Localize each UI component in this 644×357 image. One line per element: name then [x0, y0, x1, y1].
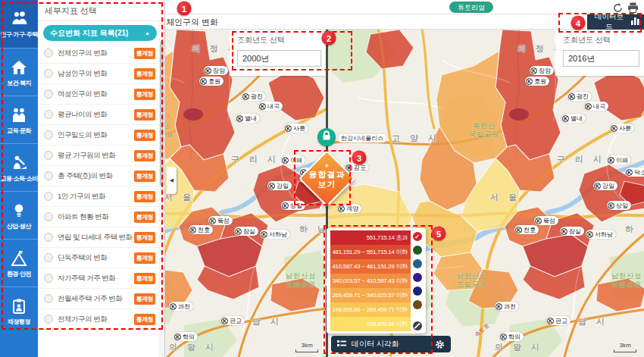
palette-color-5[interactable]	[413, 287, 422, 296]
k-road-marker: K이패	[607, 155, 631, 164]
palette-color-1[interactable]: ✓	[413, 232, 422, 241]
map-viewport-2000[interactable]: 의 정 부고 양 시구 리 시서 울하 남성 남 시의 왕 시북한산 국립공원남…	[165, 30, 326, 357]
palette-color-4[interactable]	[413, 273, 422, 282]
panel-header: 세부지표 선택	[38, 0, 164, 21]
palette-color-3[interactable]	[413, 259, 422, 268]
data-visualize-bar[interactable]: 데이터 시각화	[331, 336, 451, 352]
source-badge: 통계청	[134, 232, 156, 243]
year-select-left[interactable]: 2000년	[237, 50, 321, 67]
gear-icon[interactable]	[435, 340, 445, 349]
radio-button[interactable]	[44, 253, 53, 262]
indicator-row-6[interactable]: 평균 가구원의 변화통계청	[38, 146, 164, 166]
indicator-row-14[interactable]: 전체가구의 변화통계청	[38, 309, 164, 330]
k-marker-label: 천호	[524, 226, 536, 234]
legend-pointer-icon	[322, 278, 327, 286]
radio-button[interactable]	[44, 274, 53, 283]
sidebar-item-4[interactable]: 고용·소득·소비	[0, 143, 38, 191]
year-select-right[interactable]: 2016년	[563, 50, 639, 67]
radio-button[interactable]	[44, 233, 53, 242]
map-area: 튜토리얼 전체인구의 변화 데이터보드 의 정 부고 양 시구 리	[165, 0, 644, 357]
k-road-marker: K장암	[204, 66, 228, 75]
indicator-group-button[interactable]: 수요변화 지표 목록(21) ▲	[43, 25, 157, 41]
databoard-button[interactable]: 데이터보드	[587, 14, 644, 30]
radio-button[interactable]	[44, 212, 53, 221]
k-marker-label: 상일	[616, 202, 628, 210]
k-logo-icon: K	[189, 227, 196, 233]
panel-collapse-handle[interactable]: ◀	[167, 167, 177, 194]
indicator-row-11[interactable]: 단독주택의 변화통계청	[38, 248, 164, 268]
indicator-row-8[interactable]: 1인 가구의 변화통계청	[38, 186, 164, 207]
k-marker-label: 덕소	[634, 168, 644, 177]
k-road-marker: K서하남	[586, 230, 616, 239]
k-logo-icon: K	[282, 202, 289, 209]
fusion-result-button[interactable]: + 융합결과 보기	[307, 158, 347, 199]
sidebar-item-6[interactable]: 환경·안전	[0, 239, 38, 287]
indicator-panel: 세부지표 선택 수요변화 지표 목록(21) ▲ 전체인구의 변화통계청남성인구…	[38, 0, 165, 357]
sidebar-item-5[interactable]: 산업·생산	[0, 191, 38, 239]
indicator-row-13[interactable]: 전월세주택 거주 변화통계청	[38, 289, 164, 309]
k-logo-icon: K	[259, 103, 266, 110]
category-sidebar: 인구·가구·주택보건·복지교육·문화고용·소득·소비산업·생산환경·안전재정행정	[0, 0, 38, 357]
indicator-label: 1인 가구의 변화	[58, 192, 134, 202]
radio-button[interactable]	[44, 89, 53, 99]
year-panel-right: 조회년도 선택 2016년	[555, 30, 644, 76]
map-label-city: 의 왕 시	[495, 342, 543, 353]
radio-button[interactable]	[44, 110, 53, 119]
indicator-row-9[interactable]: 아파트 현황 변화통계청	[38, 207, 164, 227]
sync-lock-button[interactable]	[317, 128, 336, 146]
k-marker-label: 잠실	[243, 227, 255, 236]
indicator-row-1[interactable]: 전체인구의 변화통계청	[38, 43, 164, 64]
sidebar-item-1[interactable]: 인구·가구·주택	[0, 0, 38, 48]
year-panel-left: 조회년도 선택 2000년	[230, 30, 326, 76]
panel-scrollbar[interactable]	[159, 21, 164, 357]
tutorial-button[interactable]: 튜토리얼	[449, 2, 493, 13]
source-badge: 통계청	[134, 171, 156, 182]
sidebar-item-2[interactable]: 보건·복지	[0, 48, 38, 96]
radio-button[interactable]	[44, 130, 53, 139]
indicator-label: 평균 가구원의 변화	[58, 151, 134, 161]
k-marker-label: 뚝섬	[217, 217, 230, 225]
indicator-label: 인구밀도의 변화	[58, 130, 134, 140]
indicator-row-12[interactable]: 자가주택 거주 변화통계청	[38, 268, 164, 289]
indicator-row-10[interactable]: 연립 및 다세대 주택 변화통계청	[38, 227, 164, 248]
legend-palette: ✓	[411, 230, 424, 331]
source-badge: 통계청	[134, 89, 156, 100]
radio-button[interactable]	[44, 294, 53, 303]
k-logo-icon: K	[515, 227, 522, 233]
radio-button[interactable]	[44, 49, 53, 58]
k-road-marker: K별내	[561, 114, 586, 123]
mountain-icon	[10, 249, 28, 268]
panel-scrollbar-thumb[interactable]	[160, 41, 164, 186]
legend-class-row-6: 198,895.86 ~ 269,459.71 이하	[330, 302, 411, 317]
indicator-row-3[interactable]: 여성인구의 변화통계청	[38, 84, 164, 105]
radio-button[interactable]	[44, 315, 53, 324]
palette-color-6[interactable]	[413, 300, 422, 309]
k-logo-icon: K	[568, 93, 575, 100]
palette-none-icon[interactable]	[413, 321, 422, 330]
annotation-number-4: 4	[571, 16, 586, 30]
indicator-label: 남성인구의 변화	[58, 69, 134, 79]
indicator-row-2[interactable]: 남성인구의 변화통계청	[38, 64, 164, 84]
map-label-city: 서 울	[490, 192, 521, 203]
sidebar-item-3[interactable]: 교육·문화	[0, 96, 38, 143]
indicator-row-7[interactable]: 총 주택(호)의 변화통계청	[38, 166, 164, 186]
sidebar-item-label: 재정행정	[8, 318, 30, 326]
k-road-marker: K뚝섬	[534, 216, 558, 225]
radio-button[interactable]	[44, 171, 53, 180]
k-logo-icon: K	[242, 93, 249, 100]
radio-button[interactable]	[44, 192, 53, 201]
radio-button[interactable]	[44, 69, 53, 78]
k-marker-label: 장암	[539, 67, 551, 75]
palette-color-2[interactable]	[413, 246, 422, 255]
k-marker-label: 서하남	[269, 230, 287, 239]
sidebar-item-label: 교육·문화	[7, 127, 31, 135]
k-logo-icon: K	[530, 67, 537, 74]
k-road-marker: K잠실	[234, 227, 258, 236]
k-logo-icon: K	[500, 334, 507, 340]
sidebar-item-7[interactable]: 재정행정	[0, 287, 38, 334]
indicator-row-4[interactable]: 평균나이의 변화통계청	[38, 105, 164, 125]
topbar: 튜토리얼	[165, 0, 644, 14]
indicator-label: 총 주택(호)의 변화	[58, 171, 134, 181]
radio-button[interactable]	[44, 151, 53, 160]
indicator-row-5[interactable]: 인구밀도의 변화통계청	[38, 125, 164, 146]
